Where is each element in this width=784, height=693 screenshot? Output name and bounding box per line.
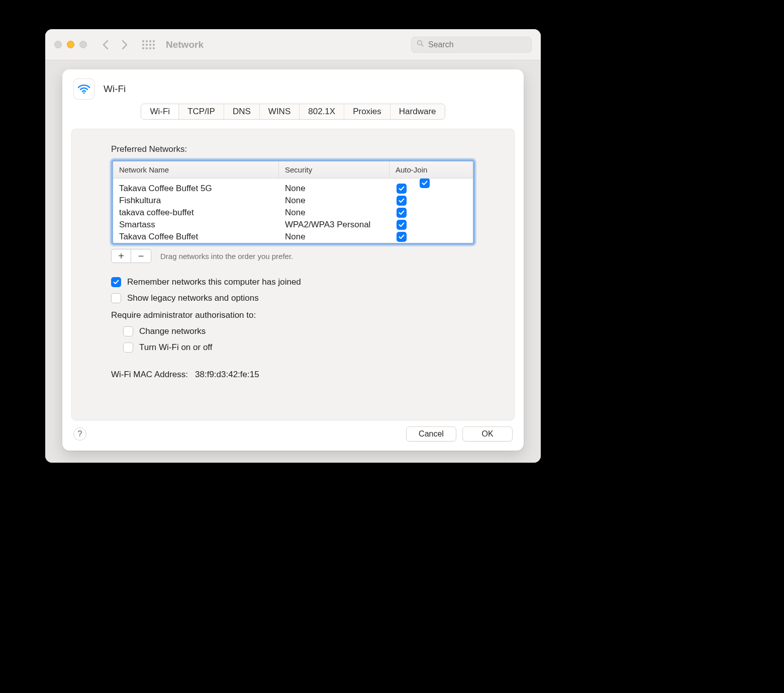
network-security: None [285,184,396,194]
remember-networks-label: Remember networks this computer has join… [127,277,301,287]
col-network-name[interactable]: Network Name [113,161,279,178]
tab-wifi[interactable]: Wi-Fi [141,104,179,119]
network-name: Takava Coffee Buffet 5G [119,184,285,194]
show-legacy-row: Show legacy networks and options [111,293,475,303]
forward-button[interactable] [122,40,128,50]
titlebar: Network [45,29,541,60]
table-body: Takava Coffee Buffet 5G None Fishkultura… [113,179,473,243]
table-row[interactable]: Takava Coffee Buffet None [113,231,473,243]
table-row[interactable]: Smartass WPA2/WPA3 Personal [113,219,473,231]
nav-arrows [102,40,128,50]
admin-change-row: Change networks [123,326,475,336]
admin-change-checkbox[interactable] [123,326,133,336]
network-name: Takava Coffee Buffet [119,232,285,242]
window-close[interactable] [54,41,62,48]
sheet-title: Wi-Fi [104,83,126,95]
network-name: Smartass [119,220,285,230]
preferred-networks-table[interactable]: Network Name Security Auto-Join Takava C… [111,159,475,245]
tab-dns[interactable]: DNS [224,104,260,119]
remember-networks-checkbox[interactable] [111,277,121,287]
window-title: Network [166,39,204,50]
tab-8021x[interactable]: 802.1X [300,104,344,119]
admin-auth-label: Require administrator authorisation to: [111,310,475,320]
add-network-button[interactable]: + [111,249,131,263]
mac-address-value: 38:f9:d3:42:fe:15 [195,370,259,380]
col-security[interactable]: Security [279,161,389,178]
autojoin-checkbox[interactable] [397,196,407,206]
window-minimize[interactable] [67,41,74,48]
content-box: Preferred Networks: Network Name Securit… [71,129,515,420]
table-row[interactable] [113,179,473,183]
wifi-icon [73,78,94,100]
window-zoom[interactable] [79,41,87,48]
autojoin-checkbox[interactable] [397,220,407,230]
col-autojoin[interactable]: Auto-Join [389,161,473,178]
back-button[interactable] [102,40,109,50]
admin-change-label: Change networks [139,326,206,336]
prefs-window: Network Wi-Fi Wi-Fi TCP/I [45,29,541,463]
help-button[interactable]: ? [73,427,86,441]
svg-line-1 [421,44,423,46]
network-security: None [285,208,396,218]
admin-wifi-row: Turn Wi-Fi on or off [123,342,475,353]
search-input[interactable] [428,40,529,49]
autojoin-checkbox[interactable] [397,208,407,218]
table-header: Network Name Security Auto-Join [113,161,473,179]
autojoin-checkbox[interactable] [397,232,407,242]
network-security: WPA2/WPA3 Personal [285,220,396,230]
svg-point-2 [83,92,84,94]
admin-wifi-checkbox[interactable] [123,342,133,353]
mac-address-label: Wi-Fi MAC Address: [111,370,188,380]
remove-network-button[interactable]: − [131,249,151,263]
table-row[interactable]: takava coffee-buffet None [113,207,473,219]
show-legacy-label: Show legacy networks and options [127,293,259,303]
autojoin-checkbox[interactable] [397,184,407,194]
network-security: None [285,232,396,242]
remember-networks-row: Remember networks this computer has join… [111,277,475,287]
advanced-sheet: Wi-Fi Wi-Fi TCP/IP DNS WINS 802.1X Proxi… [62,69,524,451]
show-legacy-checkbox[interactable] [111,293,121,303]
cancel-button[interactable]: Cancel [406,426,456,442]
tab-tcpip[interactable]: TCP/IP [179,104,224,119]
tab-bar: Wi-Fi TCP/IP DNS WINS 802.1X Proxies Har… [141,104,445,120]
autojoin-checkbox[interactable] [420,179,430,188]
table-row[interactable]: Fishkultura None [113,195,473,207]
show-all-icon[interactable] [142,40,155,49]
drag-hint: Drag networks into the order you prefer. [160,252,293,261]
preferred-networks-label: Preferred Networks: [111,144,475,154]
search-field[interactable] [411,37,532,53]
traffic-lights [54,41,87,48]
tab-proxies[interactable]: Proxies [344,104,390,119]
add-remove-group: + − [111,249,151,263]
ok-button[interactable]: OK [462,426,513,442]
network-security: None [285,196,396,206]
table-row[interactable]: Takava Coffee Buffet 5G None [113,183,473,195]
network-name: takava coffee-buffet [119,208,285,218]
admin-wifi-label: Turn Wi-Fi on or off [139,342,212,353]
network-name: Fishkultura [119,196,285,206]
tab-hardware[interactable]: Hardware [390,104,445,119]
tab-wins[interactable]: WINS [260,104,300,119]
search-icon [417,40,424,50]
